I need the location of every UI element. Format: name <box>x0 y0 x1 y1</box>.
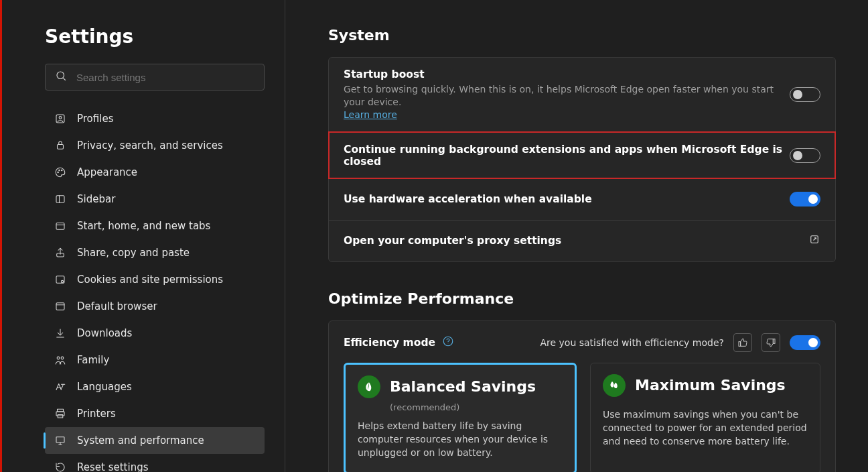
sidebar-item-label: Printers <box>77 408 116 420</box>
svg-rect-4 <box>58 145 64 150</box>
balanced-title: Balanced Savings <box>390 378 536 395</box>
reset-icon <box>53 461 68 472</box>
sidebar-item-system[interactable]: System and performance <box>45 427 265 454</box>
settings-sidebar: Settings Profiles Privacy, search, and s… <box>2 0 285 472</box>
startup-boost-row: Startup boost Get to browsing quickly. W… <box>329 58 835 132</box>
sidebar-item-cookies[interactable]: Cookies and site permissions <box>45 266 265 293</box>
printer-icon <box>53 408 68 420</box>
sidebar-item-family[interactable]: Family <box>45 347 265 373</box>
external-link-icon <box>808 233 820 248</box>
hw-accel-row: Use hardware acceleration when available <box>329 178 835 220</box>
hw-accel-title: Use hardware acceleration when available <box>344 193 790 205</box>
search-input[interactable] <box>76 72 255 83</box>
sidebar-item-label: Family <box>77 354 109 366</box>
svg-point-18 <box>57 357 60 359</box>
profile-icon <box>53 113 68 125</box>
balanced-desc: Helps extend battery life by saving comp… <box>358 419 563 460</box>
background-apps-toggle[interactable] <box>790 148 820 163</box>
browser-icon <box>53 300 68 312</box>
sidebar-item-label: Default browser <box>77 300 157 312</box>
maximum-desc: Use maximum savings when you can't be co… <box>603 408 808 449</box>
leaf-icon <box>358 375 380 398</box>
svg-rect-30 <box>739 341 741 346</box>
startup-boost-sub: Get to browsing quickly. When this is on… <box>344 83 790 121</box>
sidebar-item-label: System and performance <box>77 434 204 447</box>
feedback-question: Are you satisfied with efficiency mode? <box>540 337 724 348</box>
sidebar-item-appearance[interactable]: Appearance <box>45 159 265 186</box>
system-card: Startup boost Get to browsing quickly. W… <box>328 57 836 262</box>
svg-point-14 <box>61 280 63 282</box>
balanced-recommended: (recommended) <box>390 402 563 412</box>
thumbs-up-button[interactable] <box>733 333 752 352</box>
system-heading: System <box>328 27 836 44</box>
svg-rect-24 <box>56 437 64 442</box>
sidebar-item-reset[interactable]: Reset settings <box>45 454 265 472</box>
sidebar-item-label: Appearance <box>77 166 137 178</box>
sidebar-item-privacy[interactable]: Privacy, search, and services <box>45 132 265 159</box>
proxy-title: Open your computer's proxy settings <box>344 235 808 247</box>
svg-rect-8 <box>56 196 64 203</box>
svg-rect-10 <box>56 223 64 230</box>
info-icon[interactable] <box>442 335 454 350</box>
search-icon <box>55 70 67 84</box>
proxy-row[interactable]: Open your computer's proxy settings <box>329 220 835 261</box>
thumbs-down-button[interactable] <box>762 333 780 352</box>
sidebar-item-label: Profiles <box>77 113 113 125</box>
main-content: System Startup boost Get to browsing qui… <box>285 0 868 472</box>
sidebar-item-share[interactable]: Share, copy and paste <box>45 239 265 266</box>
maximum-savings-card[interactable]: Maximum Savings Use maximum savings when… <box>590 363 820 472</box>
perf-card: Efficiency mode Are you satisfied with e… <box>328 320 836 472</box>
sidebar-item-label: Cookies and site permissions <box>77 274 223 286</box>
svg-line-1 <box>63 78 65 80</box>
hw-accel-toggle[interactable] <box>790 192 820 206</box>
sidebar-item-printers[interactable]: Printers <box>45 400 265 427</box>
family-icon <box>53 354 68 366</box>
svg-point-5 <box>58 172 59 173</box>
sidebar-item-languages[interactable]: Languages <box>45 373 265 400</box>
cookies-icon <box>53 274 68 286</box>
svg-rect-15 <box>56 303 64 310</box>
lock-icon <box>53 139 68 152</box>
sidebar-icon <box>53 193 68 205</box>
leaves-icon <box>603 374 626 397</box>
download-icon <box>53 327 68 339</box>
share-icon <box>53 247 68 259</box>
tabs-icon <box>53 220 68 232</box>
background-apps-title: Continue running background extensions a… <box>344 143 790 168</box>
palette-icon <box>53 166 68 178</box>
page-title: Settings <box>45 25 265 48</box>
svg-point-7 <box>62 170 63 171</box>
balanced-savings-card[interactable]: Balanced Savings (recommended) Helps ext… <box>344 363 577 472</box>
sidebar-item-label: Start, home, and new tabs <box>77 220 210 232</box>
startup-boost-title: Startup boost <box>344 68 790 80</box>
svg-rect-31 <box>773 339 775 343</box>
sidebar-item-default-browser[interactable]: Default browser <box>45 293 265 320</box>
search-box[interactable] <box>45 64 265 91</box>
sidebar-item-profiles[interactable]: Profiles <box>45 105 265 132</box>
sidebar-item-start[interactable]: Start, home, and new tabs <box>45 213 265 239</box>
maximum-title: Maximum Savings <box>635 377 786 394</box>
perf-heading: Optimize Performance <box>328 290 836 307</box>
sidebar-item-downloads[interactable]: Downloads <box>45 320 265 347</box>
sidebar-item-label: Downloads <box>77 327 132 339</box>
svg-point-3 <box>59 117 62 119</box>
sidebar-item-label: Reset settings <box>77 461 149 472</box>
svg-point-0 <box>57 72 64 79</box>
learn-more-link[interactable]: Learn more <box>344 109 397 120</box>
monitor-icon <box>53 434 68 447</box>
svg-point-19 <box>61 357 64 359</box>
efficiency-mode-label: Efficiency mode <box>344 337 435 349</box>
svg-rect-21 <box>58 409 64 412</box>
languages-icon <box>53 381 68 393</box>
svg-point-6 <box>59 170 60 171</box>
sidebar-item-label: Share, copy and paste <box>77 247 190 259</box>
sidebar-item-sidebar[interactable]: Sidebar <box>45 186 265 213</box>
sidebar-item-label: Privacy, search, and services <box>77 139 223 152</box>
sidebar-item-label: Sidebar <box>77 193 115 205</box>
background-apps-row: Continue running background extensions a… <box>329 132 835 178</box>
svg-rect-23 <box>58 415 63 418</box>
efficiency-mode-toggle[interactable] <box>790 335 820 350</box>
sidebar-item-label: Languages <box>77 381 132 393</box>
startup-boost-toggle[interactable] <box>790 87 820 102</box>
